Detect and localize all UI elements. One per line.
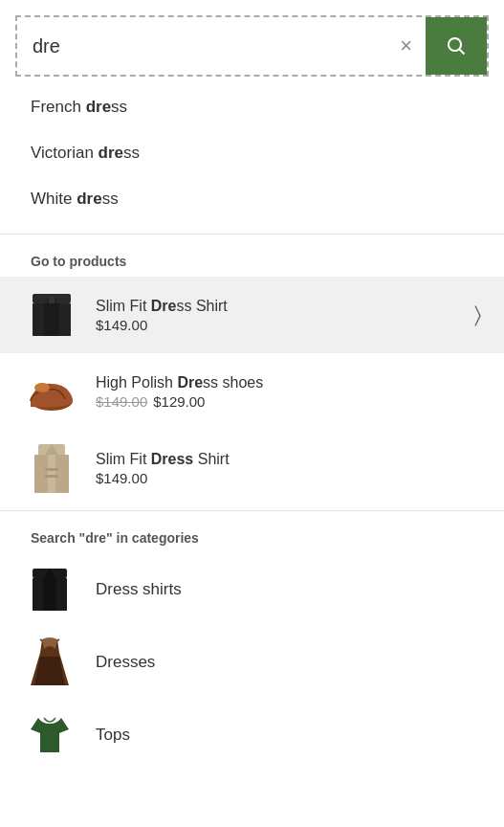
search-input[interactable]: dre <box>17 17 386 75</box>
svg-rect-14 <box>45 475 58 478</box>
cursor-icon: 〉 <box>474 302 481 327</box>
products-header: Go to products <box>0 238 504 277</box>
svg-rect-11 <box>34 455 48 493</box>
product-item[interactable]: Slim Fit Dress Shirt $149.00 <box>0 430 504 506</box>
product-info: Slim Fit Dress Shirt $149.00 <box>96 298 451 333</box>
suggestions-list: French dress Victorian dress White dress <box>0 77 504 230</box>
product-price: $149.00 <box>96 470 481 486</box>
product-image <box>23 439 80 497</box>
product-item[interactable]: Slim Fit Dress Shirt $149.00 〉 <box>0 277 504 353</box>
svg-rect-3 <box>33 303 44 336</box>
svg-rect-18 <box>33 578 43 611</box>
divider <box>0 234 504 235</box>
clear-icon: × <box>400 34 412 58</box>
product-info: Slim Fit Dress Shirt $149.00 <box>96 451 481 486</box>
categories-header: Search "dre" in categories <box>0 515 504 553</box>
category-image <box>23 636 77 689</box>
svg-rect-5 <box>49 296 55 303</box>
search-icon <box>445 34 468 57</box>
search-button[interactable] <box>426 17 487 75</box>
svg-rect-19 <box>56 578 67 611</box>
suggestion-item[interactable]: White dress <box>0 176 504 222</box>
product-image <box>23 286 80 344</box>
product-image <box>23 363 80 420</box>
suggestion-item[interactable]: French dress <box>0 84 504 130</box>
svg-rect-12 <box>55 455 69 493</box>
category-name: Tops <box>96 726 130 745</box>
product-name: Slim Fit Dress Shirt <box>96 298 451 315</box>
svg-rect-13 <box>45 468 58 471</box>
svg-point-7 <box>34 383 50 392</box>
product-item[interactable]: High Polish Dress shoes $149.00$129.00 <box>0 353 504 430</box>
suggestion-item[interactable]: Victorian dress <box>0 130 504 176</box>
category-name: Dresses <box>96 653 155 672</box>
product-name: Slim Fit Dress Shirt <box>96 451 481 468</box>
category-item[interactable]: Dresses <box>0 626 504 699</box>
category-image <box>23 708 77 762</box>
product-info: High Polish Dress shoes $149.00$129.00 <box>96 374 481 410</box>
svg-rect-4 <box>59 303 71 336</box>
clear-button[interactable]: × <box>386 17 426 75</box>
search-bar: dre × <box>15 15 489 77</box>
product-price: $149.00 <box>96 317 451 333</box>
old-price: $149.00 <box>96 393 147 410</box>
category-item[interactable]: Tops <box>0 699 504 771</box>
divider <box>0 510 504 511</box>
category-image <box>23 563 77 616</box>
product-price: $149.00$129.00 <box>96 393 481 410</box>
product-name: High Polish Dress shoes <box>96 374 481 391</box>
category-name: Dress shirts <box>96 580 182 599</box>
category-item[interactable]: Dress shirts <box>0 553 504 626</box>
